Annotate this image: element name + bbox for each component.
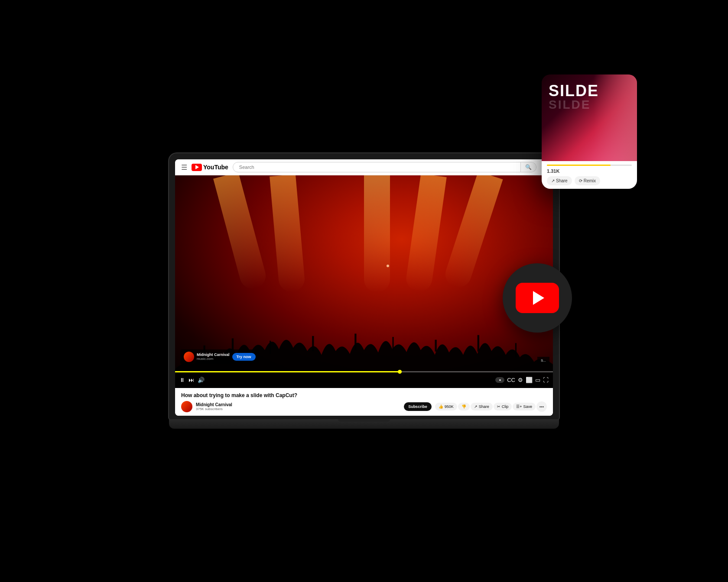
mobile-actions: ↗ Share ⟳ Remix: [547, 176, 632, 185]
volume-icon[interactable]: 🔊: [198, 377, 205, 383]
clip-button[interactable]: ✂ Clip: [494, 403, 512, 411]
hamburger-icon[interactable]: ☰: [181, 163, 187, 171]
autoplay-toggle[interactable]: ●: [495, 377, 504, 383]
video-controls: ⏸ ⏭ 🔊 ● CC ⚙ ⬜ ▭ ⛶: [175, 372, 553, 388]
svg-rect-2: [270, 341, 271, 354]
svg-rect-8: [515, 343, 517, 357]
svg-rect-6: [435, 340, 436, 352]
cc-button[interactable]: CC: [507, 377, 515, 383]
channel-name[interactable]: Midnight Carnival: [196, 402, 400, 407]
svg-rect-4: [354, 333, 356, 350]
light-beam-5: [442, 175, 503, 291]
ad-try-now-button[interactable]: Try now: [232, 353, 256, 361]
subscribe-button[interactable]: Subscribe: [404, 402, 432, 411]
ad-title: Midnight Carnival: [197, 352, 230, 357]
youtube-circle-background: [503, 263, 572, 333]
ad-avatar: [184, 352, 194, 362]
search-button[interactable]: 🔍: [520, 162, 536, 172]
dislike-button[interactable]: 👎: [458, 403, 470, 411]
youtube-logo-circle: [503, 263, 572, 333]
video-info: How about trying to make a slide with Ca…: [175, 388, 553, 416]
dislike-icon: 👎: [462, 404, 466, 409]
share-label: Share: [479, 404, 489, 409]
youtube-logo-text: YouTube: [203, 164, 228, 171]
save-button[interactable]: ☰+ Save: [513, 403, 536, 411]
play-pause-icon[interactable]: ⏸: [179, 377, 185, 383]
screen-bezel: ☰ YouTube 🔍 🎙: [175, 159, 553, 416]
search-input[interactable]: [233, 163, 520, 171]
channel-subscribers: 375K subscribers: [196, 407, 400, 411]
ad-text: Midnight Carnival music.com: [197, 352, 230, 361]
mobile-person-image: [594, 74, 637, 161]
laptop-hinge: [338, 419, 390, 422]
mobile-remix-icon: ⟳: [579, 178, 582, 183]
clip-icon: ✂: [497, 404, 500, 409]
share-button[interactable]: ↗ Share: [471, 403, 493, 411]
mobile-card: SILDE SILDE 1.31K ↗ Share ⟳ Remix: [542, 74, 637, 189]
youtube-logo[interactable]: YouTube: [192, 164, 228, 171]
miniplayer-icon[interactable]: ⬜: [526, 377, 533, 383]
laptop-base: [169, 419, 559, 429]
mobile-view-count: 1.31K: [547, 168, 632, 174]
svg-rect-7: [478, 335, 479, 352]
mobile-remix-label: Remix: [584, 178, 596, 183]
like-icon: 👍: [439, 404, 443, 409]
ad-url: music.com: [197, 357, 230, 361]
next-video-icon[interactable]: ⏭: [188, 377, 194, 383]
more-actions-button[interactable]: •••: [536, 401, 547, 412]
laptop-lid: ☰ YouTube 🔍 🎙: [169, 153, 559, 419]
settings-icon[interactable]: ⚙: [518, 377, 523, 383]
like-button[interactable]: 👍 950K: [435, 403, 457, 411]
light-beam-2: [270, 175, 306, 293]
mobile-progress-area: 1.31K ↗ Share ⟳ Remix: [542, 161, 637, 189]
clip-label: Clip: [502, 404, 509, 409]
mobile-progress-fill: [547, 165, 611, 166]
video-title: How about trying to make a slide with Ca…: [181, 392, 547, 398]
light-beam-4: [405, 175, 447, 293]
skip-ad-button[interactable]: S...: [537, 357, 549, 364]
like-count: 950K: [445, 404, 454, 409]
light-beam-3: [364, 175, 390, 292]
svg-rect-3: [312, 336, 314, 351]
video-player[interactable]: Midnight Carnival music.com Try now S...: [175, 175, 553, 388]
channel-avatar[interactable]: [181, 401, 192, 412]
fullscreen-icon[interactable]: ⛶: [543, 377, 549, 383]
share-icon: ↗: [474, 404, 478, 409]
laptop-screen: ☰ YouTube 🔍 🎙: [175, 159, 553, 416]
channel-row: Midnight Carnival 375K subscribers Subsc…: [181, 401, 547, 412]
light-beam-1: [213, 175, 269, 291]
save-label: Save: [523, 404, 532, 409]
svg-rect-5: [392, 337, 393, 350]
youtube-play-triangle: [533, 291, 544, 305]
mobile-progress-bar[interactable]: [547, 165, 632, 166]
mobile-share-icon: ↗: [551, 178, 555, 183]
scene: ☰ YouTube 🔍 🎙: [104, 53, 624, 529]
channel-info: Midnight Carnival 375K subscribers: [196, 402, 400, 411]
mobile-share-button[interactable]: ↗ Share: [547, 176, 572, 185]
save-icon: ☰+: [516, 404, 522, 409]
mobile-share-label: Share: [556, 178, 568, 183]
mobile-album-art: SILDE SILDE: [542, 74, 637, 161]
youtube-logo-icon: [192, 164, 202, 171]
action-row: 👍 950K 👎 ↗ Share: [435, 401, 547, 412]
laptop: ☰ YouTube 🔍 🎙: [169, 153, 559, 429]
search-bar: 🔍: [233, 162, 536, 172]
more-icon: •••: [540, 404, 544, 409]
youtube-circle-inner: [516, 283, 559, 313]
controls-right: ● CC ⚙ ⬜ ▭ ⛶: [495, 377, 549, 383]
mobile-remix-button[interactable]: ⟳ Remix: [575, 176, 600, 185]
mobile-album-title: SILDE: [549, 83, 599, 99]
video-ad-overlay: Midnight Carnival music.com Try now: [180, 349, 259, 364]
mobile-album-echo: SILDE: [549, 98, 591, 112]
youtube-header: ☰ YouTube 🔍 🎙: [175, 159, 553, 175]
theater-icon[interactable]: ▭: [535, 377, 540, 383]
